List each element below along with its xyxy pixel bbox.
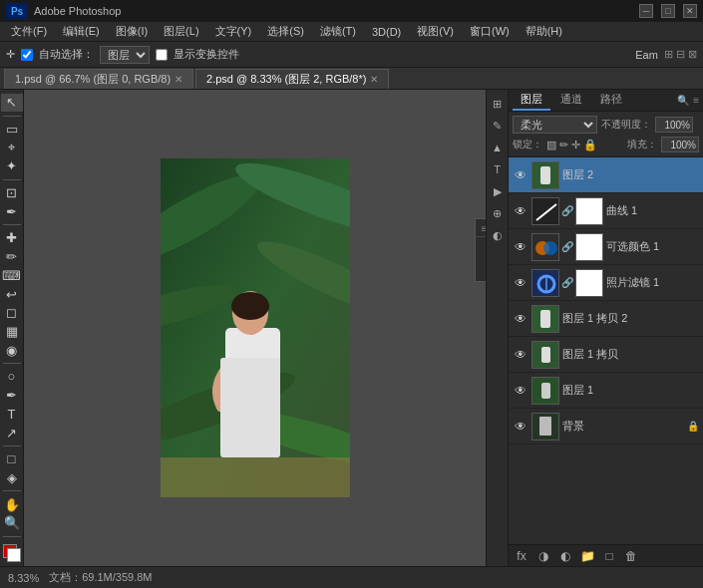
photo1-eye[interactable]: 👁 xyxy=(513,275,528,291)
layer-select[interactable]: 图层 xyxy=(100,46,150,64)
layer-item-layer2[interactable]: 👁 图层 2 xyxy=(509,157,703,193)
tool-gradient[interactable]: ▦ xyxy=(1,323,23,341)
menu-help[interactable]: 帮助(H) xyxy=(519,23,569,40)
tab-channels[interactable]: 通道 xyxy=(552,90,590,111)
panel-search-icon[interactable]: 🔍 xyxy=(677,95,689,106)
bg-eye[interactable]: 👁 xyxy=(513,419,528,435)
tool-blur[interactable]: ◉ xyxy=(1,341,23,359)
add-mask-button[interactable]: ◑ xyxy=(534,547,552,565)
title-left: Ps Adobe Photoshop xyxy=(6,3,121,19)
lock-transparent-icon[interactable]: ▧ xyxy=(546,139,556,151)
close-button[interactable]: ✕ xyxy=(683,4,697,18)
svg-rect-23 xyxy=(576,270,603,297)
copy2-eye[interactable]: 👁 xyxy=(513,311,528,327)
context-menu-item-layer[interactable]: 层... xyxy=(476,237,487,258)
tool-path-select[interactable]: ↗ xyxy=(1,424,23,441)
curves1-eye[interactable]: 👁 xyxy=(513,203,528,219)
context-menu-item-rasterize[interactable]: 栅格化... xyxy=(476,258,487,279)
layer-item-copy[interactable]: 👁 图层 1 拷贝 xyxy=(509,337,703,373)
selective1-eye[interactable]: 👁 xyxy=(513,239,528,255)
mini-tool-2[interactable]: ✎ xyxy=(488,116,508,136)
tool-move[interactable]: ↖ xyxy=(1,94,23,112)
window-controls[interactable]: ─ □ ✕ xyxy=(639,4,697,18)
background-color[interactable] xyxy=(7,548,21,562)
svg-rect-11 xyxy=(161,457,350,497)
tab-file1-close[interactable]: ✕ xyxy=(175,74,182,85)
menu-window[interactable]: 窗口(W) xyxy=(463,23,517,40)
layer-item-copy2[interactable]: 👁 图层 1 拷贝 2 xyxy=(509,301,703,337)
tool-dodge[interactable]: ○ xyxy=(1,368,23,386)
show-transform-checkbox[interactable] xyxy=(156,49,168,61)
layer2-eye[interactable]: 👁 xyxy=(513,167,528,183)
mini-tool-5[interactable]: ▶ xyxy=(488,181,508,201)
minimize-button[interactable]: ─ xyxy=(639,4,653,18)
lock-all-icon[interactable]: 🔒 xyxy=(583,139,597,151)
selective1-thumb xyxy=(531,233,559,261)
fill-input[interactable] xyxy=(661,137,699,152)
mini-tool-4[interactable]: T xyxy=(488,159,508,179)
add-adjustment-button[interactable]: ◐ xyxy=(556,547,574,565)
layer-item-curves1[interactable]: 👁 🔗 曲线 1 xyxy=(509,193,703,229)
tool-heal[interactable]: ✚ xyxy=(1,229,23,247)
blend-mode-select[interactable]: 柔光 正常 叠加 xyxy=(513,116,597,134)
tool-select-rect[interactable]: ▭ xyxy=(1,121,23,139)
canvas-area[interactable]: ≡ 层... 栅格化... xyxy=(24,90,486,566)
tool-3d[interactable]: ◈ xyxy=(1,469,23,487)
menu-layer[interactable]: 图层(L) xyxy=(157,23,205,40)
tool-eraser[interactable]: ◻ xyxy=(1,304,23,322)
menu-type[interactable]: 文字(Y) xyxy=(208,23,259,40)
tool-shape[interactable]: □ xyxy=(1,450,23,468)
left-toolbar: ↖ ▭ ⌖ ✦ ⊡ ✒ ✚ ✏ ⌨ ↩ ◻ ▦ ◉ ○ ✒ T ↗ □ ◈ ✋ … xyxy=(0,90,24,566)
menu-file[interactable]: 文件(F) xyxy=(4,23,54,40)
tool-divider-4 xyxy=(3,363,21,364)
layer1-thumb xyxy=(531,377,559,405)
layer1-eye[interactable]: 👁 xyxy=(513,383,528,399)
menu-filter[interactable]: 滤镜(T) xyxy=(313,23,363,40)
tool-hand[interactable]: ✋ xyxy=(1,495,23,513)
layer-item-bg[interactable]: 👁 背景 🔒 xyxy=(509,409,703,444)
tool-lasso[interactable]: ⌖ xyxy=(1,139,23,156)
copy-thumb xyxy=(531,341,559,369)
layer-item-selective1[interactable]: 👁 🔗 可选颜色 1 xyxy=(509,229,703,265)
context-menu: ≡ 层... 栅格化... xyxy=(475,218,487,282)
tool-zoom[interactable]: 🔍 xyxy=(1,514,23,532)
menu-edit[interactable]: 编辑(E) xyxy=(56,23,107,40)
layer-item-photo1[interactable]: 👁 🔗 照片滤镜 1 xyxy=(509,265,703,301)
tab-paths[interactable]: 路径 xyxy=(592,90,630,111)
auto-select-checkbox[interactable] xyxy=(21,49,33,61)
tool-magic-wand[interactable]: ✦ xyxy=(1,157,23,175)
menu-select[interactable]: 选择(S) xyxy=(260,23,311,40)
menu-3d[interactable]: 3D(D) xyxy=(365,25,408,39)
new-layer-button[interactable]: □ xyxy=(600,547,618,565)
foreground-background-colors[interactable] xyxy=(1,544,23,562)
lock-position-icon[interactable]: ✛ xyxy=(571,139,580,151)
mini-tool-6[interactable]: ⊕ xyxy=(488,203,508,223)
mini-tool-7[interactable]: ◐ xyxy=(488,225,508,245)
panel-menu-icon[interactable]: ≡ xyxy=(693,95,699,106)
tool-crop[interactable]: ⊡ xyxy=(1,184,23,202)
menu-image[interactable]: 图像(I) xyxy=(109,23,155,40)
tab-file2[interactable]: 2.psd @ 8.33% (图层 2, RGB/8*) ✕ xyxy=(195,69,389,89)
delete-layer-button[interactable]: 🗑 xyxy=(622,547,640,565)
add-folder-button[interactable]: 📁 xyxy=(578,547,596,565)
mini-tool-3[interactable]: ▲ xyxy=(488,138,508,157)
photo1-mask xyxy=(575,269,603,297)
opacity-input[interactable] xyxy=(655,117,693,133)
maximize-button[interactable]: □ xyxy=(661,4,675,18)
layer-item-layer1[interactable]: 👁 图层 1 xyxy=(509,373,703,409)
copy-eye[interactable]: 👁 xyxy=(513,347,528,363)
mini-tool-1[interactable]: ⊞ xyxy=(488,94,508,114)
fx-button[interactable]: fx xyxy=(513,547,530,565)
lock-paint-icon[interactable]: ✏ xyxy=(559,139,568,151)
tool-brush[interactable]: ✏ xyxy=(1,248,23,266)
tool-pen[interactable]: ✒ xyxy=(1,387,23,405)
tab-file1[interactable]: 1.psd @ 66.7% (图层 0, RGB/8) ✕ xyxy=(4,69,193,89)
tool-type[interactable]: T xyxy=(1,406,23,424)
svg-rect-31 xyxy=(539,417,551,436)
tool-history-brush[interactable]: ↩ xyxy=(1,285,23,303)
tool-stamp[interactable]: ⌨ xyxy=(1,266,23,284)
tab-file2-close[interactable]: ✕ xyxy=(370,74,378,85)
tool-eyedropper[interactable]: ✒ xyxy=(1,202,23,220)
menu-view[interactable]: 视图(V) xyxy=(410,23,461,40)
tab-layers[interactable]: 图层 xyxy=(513,90,550,111)
